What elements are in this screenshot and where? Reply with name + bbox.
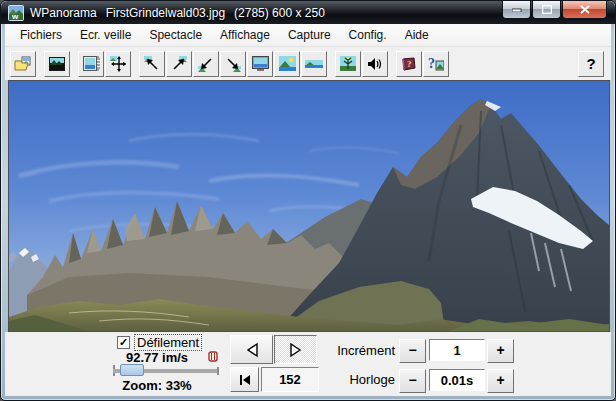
increment-label: Incrément xyxy=(323,343,395,358)
minimize-button[interactable] xyxy=(502,1,531,19)
stretch-image-icon xyxy=(305,60,323,68)
about-button[interactable]: ? xyxy=(423,51,449,77)
slideshow-antenna-button[interactable] xyxy=(335,51,361,77)
slideshow-antenna-icon xyxy=(340,56,356,71)
frame-counter: 152 xyxy=(261,367,319,392)
panorama-viewport[interactable] xyxy=(8,80,610,332)
increment-plus-button[interactable]: + xyxy=(487,339,514,363)
svg-text:?: ? xyxy=(428,56,435,71)
menu-capture[interactable]: Capture xyxy=(279,25,340,45)
align-top-right-icon xyxy=(171,56,187,72)
defilement-label[interactable]: Défilement xyxy=(135,335,201,350)
pan-arrows-button[interactable] xyxy=(105,51,131,77)
align-bottom-left-button[interactable] xyxy=(193,51,219,77)
panorama-window-button[interactable] xyxy=(78,51,104,77)
menu-ecr-veille[interactable]: Ecr. veille xyxy=(71,25,140,45)
zoom-value: Zoom: 33% xyxy=(97,378,217,393)
about-icon: ? xyxy=(428,56,444,71)
slider-end-tick xyxy=(217,367,219,375)
menubar: Fichiers Ecr. veille Spectacle Affichage… xyxy=(5,24,611,46)
menu-affichage[interactable]: Affichage xyxy=(211,25,279,45)
wpanorama-window: w WPanoramaFirstGrindelwald03.jpg(2785) … xyxy=(0,0,616,401)
full-screen-icon xyxy=(252,56,269,71)
align-bottom-left-icon xyxy=(198,56,214,72)
titlebar[interactable]: w WPanoramaFirstGrindelwald03.jpg(2785) … xyxy=(1,1,615,24)
increment-value: 1 xyxy=(429,339,485,361)
svg-text:?: ? xyxy=(407,59,412,69)
menu-fichiers[interactable]: Fichiers xyxy=(11,25,71,45)
screensaver-preview-button[interactable] xyxy=(44,51,70,77)
menu-spectacle[interactable]: Spectacle xyxy=(140,25,211,45)
speed-value: 92.77 im/s xyxy=(97,350,217,365)
close-button[interactable] xyxy=(562,1,607,19)
window-title: WPanoramaFirstGrindelwald03.jpg(2785) 60… xyxy=(30,6,334,20)
horloge-plus-button[interactable]: + xyxy=(487,369,514,393)
triangle-right-icon xyxy=(289,342,303,358)
control-panel: ✓ Défilement 92.77 im/s Zoom: 33% xyxy=(5,332,611,396)
close-icon xyxy=(580,5,590,14)
align-top-left-icon xyxy=(144,56,160,72)
toolbar: ? ? ? xyxy=(5,46,611,80)
open-file-icon xyxy=(14,56,32,72)
help-button[interactable]: ? xyxy=(578,51,604,77)
skip-to-start-icon xyxy=(238,373,252,387)
menu-aide[interactable]: Aide xyxy=(396,25,438,45)
screensaver-preview-icon xyxy=(49,57,65,71)
help-book-icon: ? xyxy=(401,57,417,71)
fit-image-button[interactable] xyxy=(274,51,300,77)
maximize-icon xyxy=(542,5,552,14)
increment-minus-button[interactable]: − xyxy=(399,339,426,363)
scroll-right-button[interactable] xyxy=(274,335,317,364)
help-book-button[interactable]: ? xyxy=(396,51,422,77)
sound-icon xyxy=(367,57,383,71)
go-to-start-button[interactable] xyxy=(230,367,259,392)
open-file-button[interactable] xyxy=(10,51,36,77)
defilement-checkbox[interactable]: ✓ xyxy=(117,336,130,349)
minimize-icon xyxy=(512,8,522,12)
pan-arrows-icon xyxy=(110,56,126,72)
maximize-button[interactable] xyxy=(532,1,561,19)
align-top-right-button[interactable] xyxy=(166,51,192,77)
panorama-window-icon xyxy=(83,56,100,71)
slider-thumb[interactable] xyxy=(120,364,144,376)
align-top-left-button[interactable] xyxy=(139,51,165,77)
align-bottom-right-button[interactable] xyxy=(220,51,246,77)
svg-text:w: w xyxy=(11,12,19,21)
horloge-minus-button[interactable]: − xyxy=(399,369,426,393)
app-icon: w xyxy=(8,5,24,21)
menu-config[interactable]: Config. xyxy=(340,25,396,45)
horloge-label: Horloge xyxy=(323,372,395,387)
full-screen-button[interactable] xyxy=(247,51,273,77)
speed-slider[interactable] xyxy=(113,364,219,377)
speed-indicator-icon xyxy=(208,351,218,362)
sound-button[interactable] xyxy=(362,51,388,77)
align-bottom-right-icon xyxy=(225,56,241,72)
stretch-image-button[interactable] xyxy=(301,51,327,77)
panorama-image xyxy=(9,81,609,331)
scroll-left-button[interactable] xyxy=(230,335,273,364)
triangle-left-icon xyxy=(245,342,259,358)
fit-image-icon xyxy=(279,56,296,71)
horloge-value: 0.01s xyxy=(429,369,485,391)
